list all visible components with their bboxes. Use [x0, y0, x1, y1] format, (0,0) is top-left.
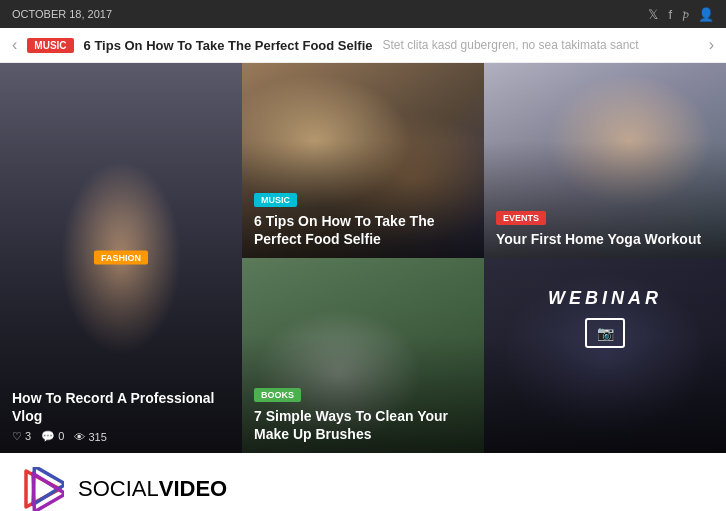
ticker-title: 6 Tips On How To Take The Perfect Food S…: [84, 38, 373, 53]
social-icons: 𝕏 f 𝓹 👤: [648, 6, 714, 22]
logo-bar: SOCIALVIDEO: [0, 453, 726, 511]
facebook-icon[interactable]: f: [668, 7, 672, 22]
webinar-label: WEBINAR: [548, 288, 662, 309]
comments-count: 💬 0: [41, 430, 64, 443]
articles-grid: MUSIC 6 Tips On How To Take The Perfect …: [0, 63, 726, 453]
ticker-bar: ‹ MUSIC 6 Tips On How To Take The Perfec…: [0, 28, 726, 63]
card-meta-vlog: ♡ 3 💬 0 👁 315: [12, 430, 230, 443]
card-yoga[interactable]: EVENTS Your First Home Yoga Workout: [484, 63, 726, 258]
webinar-icon: 📷: [585, 318, 625, 348]
views-count: 👁 315: [74, 431, 106, 443]
card-tag-music: MUSIC: [254, 193, 297, 207]
likes-count: ♡ 3: [12, 430, 31, 443]
date-label: OCTOBER 18, 2017: [12, 8, 112, 20]
ticker-next[interactable]: ›: [709, 36, 714, 54]
card-title-yoga: Your First Home Yoga Workout: [496, 230, 714, 248]
card-brushes[interactable]: BOOKS 7 Simple Ways To Clean Your Make U…: [242, 258, 484, 453]
card-tag-fashion: FASHION: [94, 251, 148, 265]
ticker-subtitle: Stet clita kasd gubergren, no sea takima…: [383, 38, 639, 52]
card-title-brushes: 7 Simple Ways To Clean Your Make Up Brus…: [254, 407, 472, 443]
logo-text: SOCIALVIDEO: [78, 476, 227, 502]
card-vlog[interactable]: FASHION How To Record A Professional Vlo…: [0, 63, 242, 453]
top-bar: OCTOBER 18, 2017 𝕏 f 𝓹 👤: [0, 0, 726, 28]
card-tag-events: EVENTS: [496, 211, 546, 225]
ticker-tag: MUSIC: [27, 38, 73, 53]
card-title-food: 6 Tips On How To Take The Perfect Food S…: [254, 212, 472, 248]
twitter-icon[interactable]: 𝕏: [648, 7, 658, 22]
card-webinar[interactable]: WEBINAR 📷: [484, 258, 726, 453]
logo-icon: [20, 467, 64, 511]
user-icon[interactable]: 👤: [698, 7, 714, 22]
card-food-selfie[interactable]: MUSIC 6 Tips On How To Take The Perfect …: [242, 63, 484, 258]
pinterest-icon[interactable]: 𝓹: [682, 6, 688, 22]
card-title-vlog: How To Record A Professional Vlog: [12, 389, 230, 425]
card-tag-books: BOOKS: [254, 388, 301, 402]
ticker-prev[interactable]: ‹: [12, 36, 17, 54]
